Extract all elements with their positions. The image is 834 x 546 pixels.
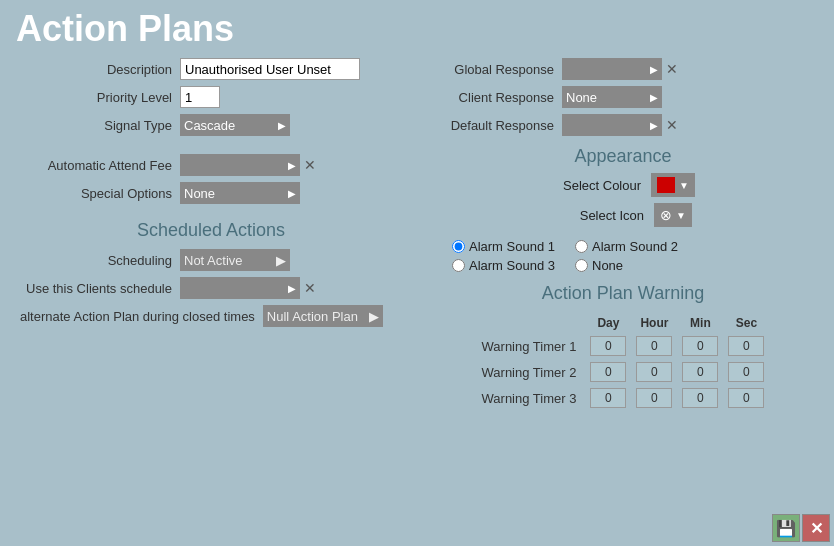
min-col-header: Min xyxy=(678,314,722,332)
warning-timer-1-label: Warning Timer 1 xyxy=(478,334,585,358)
signal-type-label: Signal Type xyxy=(20,118,180,133)
warning-timer-2-day[interactable] xyxy=(590,362,626,382)
alternate-action-plan-dropdown[interactable]: Null Action Plan ▶ xyxy=(263,305,383,327)
alarm-sound-3-radio[interactable]: Alarm Sound 3 xyxy=(452,258,555,273)
scheduled-actions-title: Scheduled Actions xyxy=(20,220,402,241)
hour-col-header: Hour xyxy=(632,314,676,332)
priority-level-input[interactable] xyxy=(180,86,220,108)
warning-title: Action Plan Warning xyxy=(432,283,814,304)
page-title: Action Plans xyxy=(0,0,834,58)
warning-timer-1-row: Warning Timer 1 xyxy=(478,334,769,358)
default-response-dropdown[interactable]: ▶ xyxy=(562,114,662,136)
use-client-schedule-clear-button[interactable]: ✕ xyxy=(300,280,320,296)
warning-timer-2-row: Warning Timer 2 xyxy=(478,360,769,384)
automatic-attend-fee-label: Automatic Attend Fee xyxy=(20,158,180,173)
colour-dropdown-arrow-icon: ▼ xyxy=(679,180,689,191)
signal-type-value: Cascade xyxy=(184,118,235,133)
warning-timer-1-min[interactable] xyxy=(682,336,718,356)
warning-timer-3-label: Warning Timer 3 xyxy=(478,386,585,410)
select-colour-button[interactable]: ▼ xyxy=(651,173,695,197)
global-response-dropdown[interactable]: ▶ xyxy=(562,58,662,80)
appearance-title: Appearance xyxy=(432,146,814,167)
warning-timer-3-row: Warning Timer 3 xyxy=(478,386,769,410)
select-icon-label: Select Icon xyxy=(554,208,644,223)
priority-level-label: Priority Level xyxy=(20,90,180,105)
bottom-bar: 💾 ✕ xyxy=(768,510,834,546)
alarm-sound-none-radio[interactable]: None xyxy=(575,258,623,273)
special-options-arrow-icon: ▶ xyxy=(288,188,296,199)
warning-timer-2-label: Warning Timer 2 xyxy=(478,360,585,384)
scheduling-value: Not Active xyxy=(184,253,243,268)
signal-type-dropdown[interactable]: Cascade ▶ xyxy=(180,114,290,136)
client-response-value: None xyxy=(566,90,597,105)
alarm-sound-1-label: Alarm Sound 1 xyxy=(469,239,555,254)
scheduling-label: Scheduling xyxy=(20,253,180,268)
client-response-dropdown[interactable]: None ▶ xyxy=(562,86,662,108)
global-response-arrow-icon: ▶ xyxy=(650,64,658,75)
icon-symbol: ⊗ xyxy=(660,207,672,223)
cancel-button[interactable]: ✕ xyxy=(802,514,830,542)
warning-timer-3-min[interactable] xyxy=(682,388,718,408)
client-response-label: Client Response xyxy=(432,90,562,105)
global-response-label: Global Response xyxy=(432,62,562,77)
save-button[interactable]: 💾 xyxy=(772,514,800,542)
default-response-clear-button[interactable]: ✕ xyxy=(662,117,682,133)
description-input[interactable] xyxy=(180,58,360,80)
global-response-clear-button[interactable]: ✕ xyxy=(662,61,682,77)
alternate-action-plan-arrow-icon: ▶ xyxy=(369,309,379,324)
default-response-arrow-icon: ▶ xyxy=(650,120,658,131)
client-response-arrow-icon: ▶ xyxy=(650,92,658,103)
warning-timer-3-hour[interactable] xyxy=(636,388,672,408)
warning-timer-3-day[interactable] xyxy=(590,388,626,408)
alarm-sound-3-label: Alarm Sound 3 xyxy=(469,258,555,273)
use-client-schedule-arrow-icon: ▶ xyxy=(288,283,296,294)
scheduling-arrow-icon: ▶ xyxy=(276,253,286,268)
special-options-dropdown[interactable]: None ▶ xyxy=(180,182,300,204)
alarm-sound-2-label: Alarm Sound 2 xyxy=(592,239,678,254)
automatic-attend-fee-clear-button[interactable]: ✕ xyxy=(300,157,320,173)
description-label: Description xyxy=(20,62,180,77)
warning-timer-2-sec[interactable] xyxy=(728,362,764,382)
alarm-sound-none-label: None xyxy=(592,258,623,273)
day-col-header: Day xyxy=(586,314,630,332)
warning-timer-2-hour[interactable] xyxy=(636,362,672,382)
icon-dropdown-arrow-icon: ▼ xyxy=(676,210,686,221)
select-colour-label: Select Colour xyxy=(551,178,641,193)
colour-swatch xyxy=(657,177,675,193)
select-icon-button[interactable]: ⊗ ▼ xyxy=(654,203,692,227)
alternate-action-plan-label: alternate Action Plan during closed time… xyxy=(20,309,263,324)
warning-timer-1-sec[interactable] xyxy=(728,336,764,356)
use-client-schedule-dropdown[interactable]: ▶ xyxy=(180,277,300,299)
use-client-schedule-label: Use this Clients schedule xyxy=(20,281,180,296)
alarm-sound-1-radio[interactable]: Alarm Sound 1 xyxy=(452,239,555,254)
signal-type-arrow-icon: ▶ xyxy=(278,120,286,131)
alarm-sound-2-radio[interactable]: Alarm Sound 2 xyxy=(575,239,678,254)
warning-timer-1-day[interactable] xyxy=(590,336,626,356)
special-options-label: Special Options xyxy=(20,186,180,201)
warning-timer-1-hour[interactable] xyxy=(636,336,672,356)
automatic-attend-fee-arrow-icon: ▶ xyxy=(288,160,296,171)
special-options-value: None xyxy=(184,186,215,201)
scheduling-dropdown[interactable]: Not Active ▶ xyxy=(180,249,290,271)
warning-timer-3-sec[interactable] xyxy=(728,388,764,408)
default-response-label: Default Response xyxy=(432,118,562,133)
alternate-action-plan-value: Null Action Plan xyxy=(267,309,358,324)
automatic-attend-fee-dropdown[interactable]: ▶ xyxy=(180,154,300,176)
sec-col-header: Sec xyxy=(724,314,768,332)
warning-timer-2-min[interactable] xyxy=(682,362,718,382)
